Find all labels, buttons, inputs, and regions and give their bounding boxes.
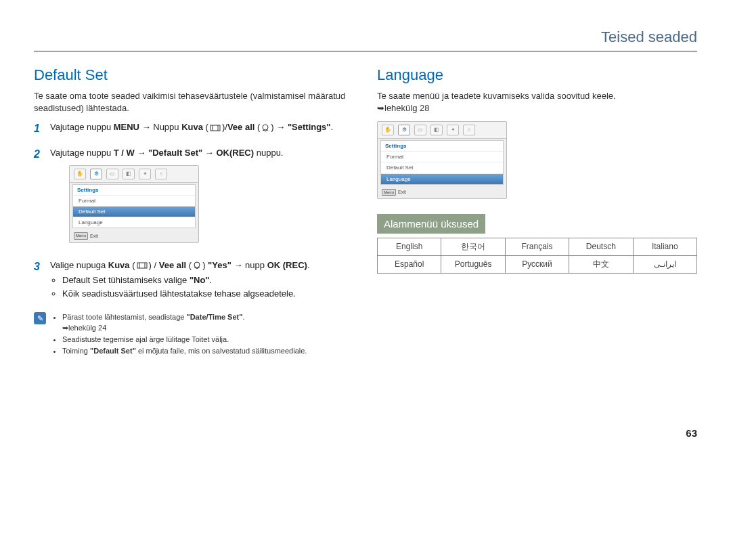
page-ref: ➥lehekülg 28	[377, 103, 430, 113]
right-column: Language Te saate menüü ja teadete kuvam…	[377, 65, 697, 358]
page-number: 63	[34, 426, 697, 440]
settings-label: "Settings"	[288, 122, 331, 132]
underwater-icon	[192, 261, 202, 270]
text: Te saate menüü ja teadete kuvamiseks val…	[377, 91, 616, 101]
scr-exit: Menu Exit	[70, 230, 198, 242]
okrec-label: OK (REC)	[267, 260, 307, 270]
submenu-banner: Alammenüü üksused	[377, 214, 485, 234]
text: .	[307, 260, 310, 270]
step-number: 3	[34, 259, 43, 302]
svg-rect-0	[211, 125, 220, 131]
info-list: Pärast toote lähtestamist, seadistage "D…	[53, 312, 307, 358]
tab-settings-icon: ⚙	[398, 125, 410, 135]
text: Pärast toote lähtestamist, seadistage	[62, 313, 186, 321]
underwater-icon	[260, 124, 271, 132]
svg-point-7	[194, 262, 200, 267]
display-icon	[208, 125, 222, 131]
tab-icon: ✋	[74, 169, 86, 179]
text: → nupp	[231, 260, 267, 270]
yes-label: "Yes"	[206, 260, 231, 270]
language-heading: Language	[377, 65, 697, 86]
language-table: English 한국어 Français Deutsch Italiano Es…	[377, 238, 697, 274]
text: →	[274, 122, 288, 132]
tab-icon: ◧	[430, 125, 443, 135]
scr-body: Settings Format Default Set Language	[72, 184, 196, 229]
veeall-label: Vee all	[227, 122, 254, 132]
text: → Nuppu	[139, 122, 181, 132]
menu-label: MENU	[114, 122, 139, 132]
tab-icon: ⌂	[155, 169, 167, 179]
datetime-label: "Date/Time Set"	[186, 313, 242, 321]
svg-point-3	[263, 125, 268, 130]
bullet: Default Set tühistamiseks valige "No".	[62, 274, 354, 286]
text: Vajutage nuppu	[50, 148, 114, 158]
scr-row-selected: Language	[381, 173, 503, 184]
text: nuppu.	[254, 148, 283, 158]
kuva-label: Kuva	[108, 260, 130, 270]
lang-cell: Italiano	[633, 238, 696, 256]
content-columns: Default Set Te saate oma toote seaded va…	[34, 65, 697, 358]
scr-tabs: ✋ ⚙ ▭ ◧ ✦ ⌂	[378, 122, 506, 139]
lang-cell: ﺍﻳﺮﺍﻧـﯽ	[633, 255, 696, 273]
tab-icon: ✦	[447, 125, 459, 135]
info-item: Toiming "Default Set" ei mõjuta faile, m…	[62, 346, 307, 356]
veeall-label: Vee all	[159, 260, 186, 270]
lang-cell: English	[378, 238, 441, 256]
info-icon: ✎	[34, 312, 46, 324]
scr-title: Settings	[73, 185, 195, 195]
info-item: Seadistuste tegemise ajal ärge lülitage …	[62, 335, 307, 345]
step-number: 2	[34, 147, 43, 248]
step-body: Vajutage nuppu MENU → Nuppu Kuva ()/Vee …	[50, 121, 354, 136]
lang-cell: 中文	[569, 255, 633, 273]
defaultset-label: "Default Set"	[90, 347, 136, 355]
left-column: Default Set Te saate oma toote seaded va…	[34, 65, 354, 358]
step-3: 3 Valige nupuga Kuva () / Vee all () "Ye…	[34, 259, 354, 302]
steps-list: 1 Vajutage nuppu MENU → Nuppu Kuva ()/Ve…	[34, 121, 354, 301]
text: .	[210, 275, 213, 285]
exit-label: Exit	[398, 189, 406, 196]
step-2: 2 Vajutage nuppu T / W → "Default Set" →…	[34, 147, 354, 248]
lang-cell: Русский	[505, 255, 569, 273]
step3-bullets: Default Set tühistamiseks valige "No". K…	[50, 274, 354, 300]
text: .	[242, 313, 244, 321]
table-row: Español Português Русский 中文 ﺍﻳﺮﺍﻧـﯽ	[378, 255, 697, 273]
text: Valige nupuga	[50, 260, 108, 270]
tab-icon: ▭	[414, 125, 426, 135]
tab-icon: ✦	[139, 169, 151, 179]
header-rule	[34, 51, 697, 51]
tab-icon: ✋	[382, 125, 394, 135]
tab-icon: ▭	[106, 169, 118, 179]
exit-label: Exit	[90, 233, 98, 240]
lang-cell: Français	[505, 238, 569, 256]
menu-button-icon: Menu	[382, 189, 396, 196]
scr-row: Format	[73, 195, 195, 206]
info-item: Pärast toote lähtestamist, seadistage "D…	[62, 312, 307, 333]
step-body: Vajutage nuppu T / W → "Default Set" → O…	[50, 147, 354, 248]
bullet: Kõik seadistusväärtused lähtestatakse te…	[62, 288, 354, 300]
step-number: 1	[34, 121, 43, 136]
table-row: English 한국어 Français Deutsch Italiano	[378, 238, 697, 256]
svg-rect-4	[137, 263, 147, 268]
scr-exit: Menu Exit	[378, 186, 506, 198]
tab-icon: ◧	[123, 169, 135, 179]
scr-row: Default Set	[381, 162, 503, 173]
text: /	[152, 260, 159, 270]
ui-screenshot-defaultset: ✋ ⚙ ▭ ◧ ✦ ⌂ Settings Format Default Set …	[69, 165, 199, 243]
lang-cell: Deutsch	[569, 238, 633, 256]
text: ei mõjuta faile, mis on salvestatud säil…	[136, 347, 307, 355]
tab-settings-icon: ⚙	[90, 169, 102, 179]
kuva-label: Kuva	[181, 122, 203, 132]
lang-cell: 한국어	[441, 238, 505, 256]
step-1: 1 Vajutage nuppu MENU → Nuppu Kuva ()/Ve…	[34, 121, 354, 136]
language-intro: Te saate menüü ja teadete kuvamiseks val…	[377, 90, 697, 114]
display-icon	[135, 262, 149, 269]
text: Vajutage nuppu	[50, 122, 114, 132]
text: →	[202, 148, 216, 158]
text: →	[135, 148, 148, 158]
default-set-label: "Default Set"	[148, 148, 202, 158]
text: Default Set tühistamiseks valige	[62, 275, 190, 285]
scr-body: Settings Format Default Set Language	[380, 140, 504, 185]
default-set-heading: Default Set	[34, 65, 354, 86]
default-set-intro: Te saate oma toote seaded vaikimisi teha…	[34, 90, 354, 114]
step-body: Valige nupuga Kuva () / Vee all () "Yes"…	[50, 259, 354, 302]
